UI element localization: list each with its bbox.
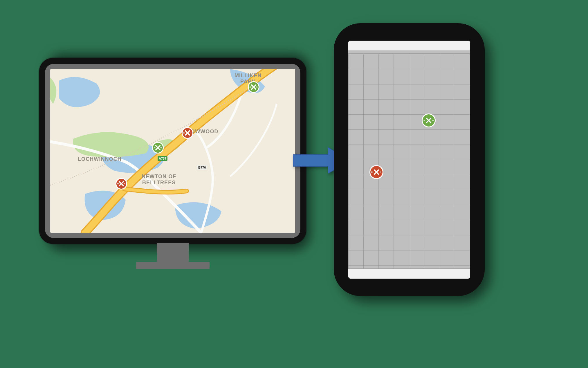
- rail-crossing-open-icon[interactable]: RR: [152, 142, 164, 154]
- rail-crossing-closed-icon[interactable]: RR: [116, 178, 127, 190]
- rail-crossing-open-icon[interactable]: RR: [422, 113, 436, 127]
- rail-crossing-closed-icon[interactable]: RR: [369, 165, 383, 179]
- map-label-lochwinnoch: LOCHWINNOCH: [78, 156, 122, 162]
- map-label-newton-of-belltrees: NEWTON OF BELLTREES: [142, 174, 176, 185]
- phone-grid-canvas[interactable]: RR RR: [348, 54, 470, 269]
- mobile-map-screen[interactable]: RR RR: [348, 41, 470, 279]
- rail-crossing-open-icon[interactable]: RR: [248, 81, 259, 93]
- map-tiles: [50, 69, 295, 233]
- desktop-map-screen[interactable]: MILLIKEN PARK HOWWOOD LOCHWINNOCH NEWTON…: [50, 69, 295, 233]
- phone-home-bar: [348, 268, 470, 279]
- desktop-monitor-neck: [157, 243, 189, 264]
- road-shield-b776: B776: [197, 165, 207, 170]
- road-shield-a737: A737: [158, 156, 167, 161]
- desktop-monitor-base: [136, 262, 210, 269]
- phone-status-bar: [348, 41, 470, 51]
- map-canvas[interactable]: MILLIKEN PARK HOWWOOD LOCHWINNOCH NEWTON…: [50, 69, 295, 233]
- rail-crossing-closed-icon[interactable]: RR: [182, 127, 193, 139]
